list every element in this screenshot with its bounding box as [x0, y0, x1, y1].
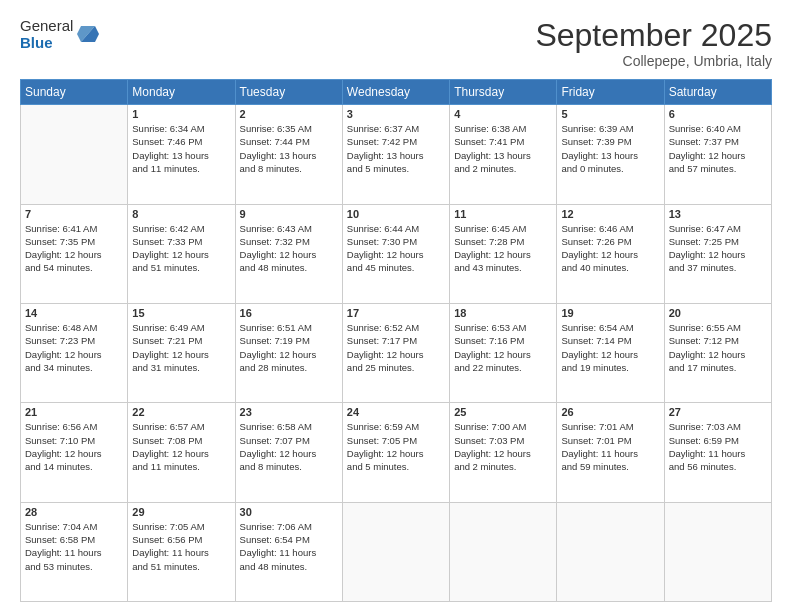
day-number: 9 [240, 208, 338, 220]
calendar-cell [21, 105, 128, 204]
calendar-cell: 20Sunrise: 6:55 AMSunset: 7:12 PMDayligh… [664, 303, 771, 402]
day-number: 5 [561, 108, 659, 120]
day-number: 18 [454, 307, 552, 319]
day-number: 26 [561, 406, 659, 418]
calendar-cell: 3Sunrise: 6:37 AMSunset: 7:42 PMDaylight… [342, 105, 449, 204]
calendar-page: General Blue September 2025 Collepepe, U… [0, 0, 792, 612]
day-number: 29 [132, 506, 230, 518]
day-info: Sunrise: 7:06 AMSunset: 6:54 PMDaylight:… [240, 520, 338, 573]
logo-general: General [20, 18, 73, 35]
calendar-cell: 17Sunrise: 6:52 AMSunset: 7:17 PMDayligh… [342, 303, 449, 402]
calendar-cell: 24Sunrise: 6:59 AMSunset: 7:05 PMDayligh… [342, 403, 449, 502]
day-info: Sunrise: 6:57 AMSunset: 7:08 PMDaylight:… [132, 420, 230, 473]
day-number: 4 [454, 108, 552, 120]
day-number: 15 [132, 307, 230, 319]
day-info: Sunrise: 6:49 AMSunset: 7:21 PMDaylight:… [132, 321, 230, 374]
calendar-cell [342, 502, 449, 601]
day-number: 17 [347, 307, 445, 319]
calendar-cell: 25Sunrise: 7:00 AMSunset: 7:03 PMDayligh… [450, 403, 557, 502]
day-number: 27 [669, 406, 767, 418]
day-header-saturday: Saturday [664, 80, 771, 105]
calendar-cell: 6Sunrise: 6:40 AMSunset: 7:37 PMDaylight… [664, 105, 771, 204]
day-info: Sunrise: 6:37 AMSunset: 7:42 PMDaylight:… [347, 122, 445, 175]
calendar-cell: 30Sunrise: 7:06 AMSunset: 6:54 PMDayligh… [235, 502, 342, 601]
day-info: Sunrise: 6:47 AMSunset: 7:25 PMDaylight:… [669, 222, 767, 275]
day-info: Sunrise: 6:44 AMSunset: 7:30 PMDaylight:… [347, 222, 445, 275]
calendar-cell: 9Sunrise: 6:43 AMSunset: 7:32 PMDaylight… [235, 204, 342, 303]
day-info: Sunrise: 6:45 AMSunset: 7:28 PMDaylight:… [454, 222, 552, 275]
day-number: 28 [25, 506, 123, 518]
day-number: 24 [347, 406, 445, 418]
day-info: Sunrise: 7:04 AMSunset: 6:58 PMDaylight:… [25, 520, 123, 573]
day-info: Sunrise: 6:51 AMSunset: 7:19 PMDaylight:… [240, 321, 338, 374]
calendar-cell: 8Sunrise: 6:42 AMSunset: 7:33 PMDaylight… [128, 204, 235, 303]
day-info: Sunrise: 6:48 AMSunset: 7:23 PMDaylight:… [25, 321, 123, 374]
day-number: 13 [669, 208, 767, 220]
day-info: Sunrise: 6:52 AMSunset: 7:17 PMDaylight:… [347, 321, 445, 374]
calendar-cell: 11Sunrise: 6:45 AMSunset: 7:28 PMDayligh… [450, 204, 557, 303]
calendar-cell: 14Sunrise: 6:48 AMSunset: 7:23 PMDayligh… [21, 303, 128, 402]
calendar-cell: 5Sunrise: 6:39 AMSunset: 7:39 PMDaylight… [557, 105, 664, 204]
calendar-week-1: 1Sunrise: 6:34 AMSunset: 7:46 PMDaylight… [21, 105, 772, 204]
calendar-cell: 22Sunrise: 6:57 AMSunset: 7:08 PMDayligh… [128, 403, 235, 502]
day-info: Sunrise: 7:01 AMSunset: 7:01 PMDaylight:… [561, 420, 659, 473]
calendar-cell: 27Sunrise: 7:03 AMSunset: 6:59 PMDayligh… [664, 403, 771, 502]
day-info: Sunrise: 6:42 AMSunset: 7:33 PMDaylight:… [132, 222, 230, 275]
calendar-cell: 15Sunrise: 6:49 AMSunset: 7:21 PMDayligh… [128, 303, 235, 402]
calendar-week-2: 7Sunrise: 6:41 AMSunset: 7:35 PMDaylight… [21, 204, 772, 303]
calendar-cell [664, 502, 771, 601]
day-number: 19 [561, 307, 659, 319]
day-info: Sunrise: 7:00 AMSunset: 7:03 PMDaylight:… [454, 420, 552, 473]
day-number: 11 [454, 208, 552, 220]
calendar-week-3: 14Sunrise: 6:48 AMSunset: 7:23 PMDayligh… [21, 303, 772, 402]
day-info: Sunrise: 6:53 AMSunset: 7:16 PMDaylight:… [454, 321, 552, 374]
logo-blue: Blue [20, 35, 73, 52]
header: General Blue September 2025 Collepepe, U… [20, 18, 772, 69]
day-info: Sunrise: 7:03 AMSunset: 6:59 PMDaylight:… [669, 420, 767, 473]
logo-text: General Blue [20, 18, 73, 51]
month-title: September 2025 [535, 18, 772, 53]
logo: General Blue [20, 18, 99, 51]
day-number: 20 [669, 307, 767, 319]
day-info: Sunrise: 6:58 AMSunset: 7:07 PMDaylight:… [240, 420, 338, 473]
calendar-cell: 7Sunrise: 6:41 AMSunset: 7:35 PMDaylight… [21, 204, 128, 303]
day-number: 22 [132, 406, 230, 418]
calendar-cell: 12Sunrise: 6:46 AMSunset: 7:26 PMDayligh… [557, 204, 664, 303]
calendar-cell: 2Sunrise: 6:35 AMSunset: 7:44 PMDaylight… [235, 105, 342, 204]
day-info: Sunrise: 6:43 AMSunset: 7:32 PMDaylight:… [240, 222, 338, 275]
calendar-header-row: SundayMondayTuesdayWednesdayThursdayFrid… [21, 80, 772, 105]
day-info: Sunrise: 6:56 AMSunset: 7:10 PMDaylight:… [25, 420, 123, 473]
location-subtitle: Collepepe, Umbria, Italy [535, 53, 772, 69]
day-info: Sunrise: 6:41 AMSunset: 7:35 PMDaylight:… [25, 222, 123, 275]
day-number: 6 [669, 108, 767, 120]
day-number: 30 [240, 506, 338, 518]
day-number: 23 [240, 406, 338, 418]
day-info: Sunrise: 7:05 AMSunset: 6:56 PMDaylight:… [132, 520, 230, 573]
day-number: 21 [25, 406, 123, 418]
calendar-cell: 26Sunrise: 7:01 AMSunset: 7:01 PMDayligh… [557, 403, 664, 502]
calendar-cell: 21Sunrise: 6:56 AMSunset: 7:10 PMDayligh… [21, 403, 128, 502]
day-number: 25 [454, 406, 552, 418]
day-info: Sunrise: 6:46 AMSunset: 7:26 PMDaylight:… [561, 222, 659, 275]
logo-icon [77, 24, 99, 46]
day-header-monday: Monday [128, 80, 235, 105]
day-header-sunday: Sunday [21, 80, 128, 105]
calendar-cell: 18Sunrise: 6:53 AMSunset: 7:16 PMDayligh… [450, 303, 557, 402]
day-number: 14 [25, 307, 123, 319]
calendar-cell [450, 502, 557, 601]
calendar-cell: 10Sunrise: 6:44 AMSunset: 7:30 PMDayligh… [342, 204, 449, 303]
day-number: 2 [240, 108, 338, 120]
day-info: Sunrise: 6:39 AMSunset: 7:39 PMDaylight:… [561, 122, 659, 175]
day-header-thursday: Thursday [450, 80, 557, 105]
day-number: 10 [347, 208, 445, 220]
calendar-cell: 1Sunrise: 6:34 AMSunset: 7:46 PMDaylight… [128, 105, 235, 204]
day-number: 16 [240, 307, 338, 319]
day-info: Sunrise: 6:35 AMSunset: 7:44 PMDaylight:… [240, 122, 338, 175]
day-number: 8 [132, 208, 230, 220]
day-number: 12 [561, 208, 659, 220]
calendar-cell: 29Sunrise: 7:05 AMSunset: 6:56 PMDayligh… [128, 502, 235, 601]
day-number: 3 [347, 108, 445, 120]
day-header-friday: Friday [557, 80, 664, 105]
day-info: Sunrise: 6:55 AMSunset: 7:12 PMDaylight:… [669, 321, 767, 374]
day-header-tuesday: Tuesday [235, 80, 342, 105]
